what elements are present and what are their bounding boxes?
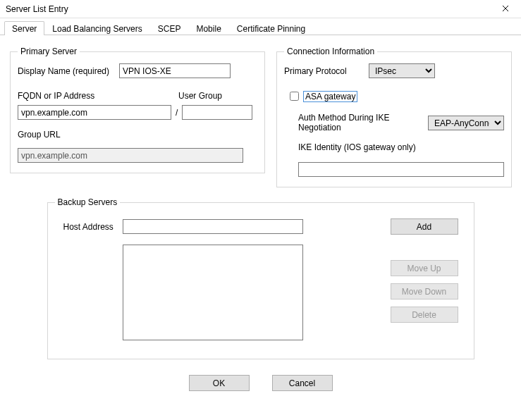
group-url-input [18,148,243,163]
fqdn-slash: / [176,108,178,118]
backup-servers-group: Backup Servers Host Address Add Move Up … [47,197,474,359]
backup-servers-legend: Backup Servers [55,197,121,207]
primary-protocol-select[interactable]: IPsec [369,63,435,78]
auth-method-label: Auth Method During IKE Negotiation [298,113,428,132]
add-button[interactable]: Add [391,218,458,235]
asa-gateway-checkbox[interactable] [290,92,299,101]
tab-server[interactable]: Server [4,21,44,35]
host-address-input[interactable] [123,219,303,234]
tab-load-balancing-servers[interactable]: Load Balancing Servers [44,21,149,35]
connection-information-group: Connection Information Primary Protocol … [276,47,512,187]
asa-gateway-label: ASA gateway [303,91,357,102]
dialog-buttons: OK Cancel [10,359,511,397]
group-url-label: Group URL [18,130,257,140]
content-area: Primary Server Display Name (required) F… [0,35,521,402]
close-icon[interactable] [496,2,515,16]
display-name-input[interactable] [119,63,231,78]
title-bar: Server List Entry [0,0,521,18]
cancel-button[interactable]: Cancel [272,375,333,391]
ike-identity-input[interactable] [298,162,504,177]
backup-servers-listbox[interactable] [123,245,303,340]
primary-protocol-label: Primary Protocol [284,66,369,76]
tab-scep[interactable]: SCEP [150,21,189,35]
user-group-input[interactable] [182,105,252,120]
connection-information-legend: Connection Information [284,47,377,56]
display-name-label: Display Name (required) [18,66,109,76]
tab-mobile[interactable]: Mobile [188,21,228,35]
move-down-button[interactable]: Move Down [391,283,458,299]
tab-bar: Server Load Balancing Servers SCEP Mobil… [0,18,521,35]
delete-button[interactable]: Delete [391,307,458,323]
host-address-label: Host Address [63,222,123,232]
ike-identity-label: IKE Identity (IOS gateway only) [298,142,504,152]
auth-method-select[interactable]: EAP-AnyConnect [428,116,504,130]
fqdn-label: FQDN or IP Address [18,91,173,101]
tab-certificate-pinning[interactable]: Certificate Pinning [229,21,313,35]
primary-server-legend: Primary Server [18,47,80,56]
primary-server-group: Primary Server Display Name (required) F… [10,47,265,173]
ok-button[interactable]: OK [189,375,250,391]
move-up-button[interactable]: Move Up [391,260,458,276]
fqdn-input[interactable] [18,105,171,120]
user-group-label: User Group [178,91,249,101]
window-title: Server List Entry [6,4,68,14]
